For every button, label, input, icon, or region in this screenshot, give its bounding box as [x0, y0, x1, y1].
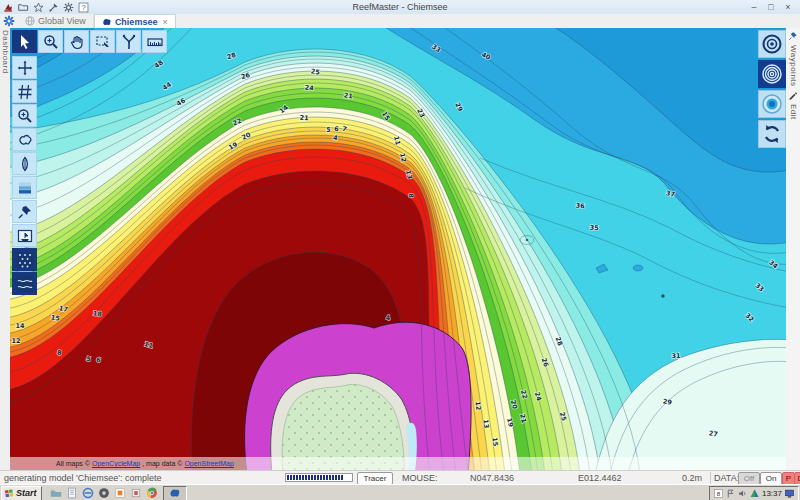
texture-waves-tool[interactable] — [12, 272, 37, 295]
tab-label: Global View — [38, 16, 86, 26]
pushpin-icon — [788, 31, 798, 41]
folder-icon[interactable] — [50, 487, 63, 500]
pan-hand-tool[interactable] — [64, 30, 89, 53]
range-rings-tool[interactable] — [758, 60, 786, 88]
close-button[interactable]: × — [780, 2, 796, 12]
move-tool[interactable] — [12, 56, 37, 79]
taskbar-active-app[interactable] — [163, 486, 187, 500]
ie-icon[interactable] — [82, 487, 95, 500]
svg-text:24: 24 — [304, 84, 314, 93]
start-button[interactable]: Start — [1, 486, 42, 500]
tray-updates-icon[interactable] — [750, 489, 759, 498]
maximize-button[interactable]: □ — [763, 2, 779, 12]
status-message: generating model 'Chiemsee': complete — [0, 473, 162, 483]
zoom-area-tool[interactable] — [12, 104, 37, 127]
edit-panel-tab[interactable]: Edit — [786, 87, 800, 120]
bathymetry-map[interactable]: 4844464033282625242221201921292315145674… — [10, 28, 786, 470]
svg-text:25: 25 — [310, 67, 321, 76]
openstreetmap-link[interactable]: OpenStreetMap — [184, 460, 233, 467]
svg-text:12: 12 — [474, 401, 483, 411]
layers-tool[interactable] — [12, 176, 37, 199]
route-tool[interactable] — [116, 30, 141, 53]
gear-icon[interactable] — [63, 2, 74, 13]
map-toolbar-right — [758, 30, 786, 148]
small-app-icon[interactable] — [130, 487, 143, 500]
tab-global-view[interactable]: Global View — [18, 14, 94, 28]
svg-text:15: 15 — [491, 437, 500, 447]
svg-text:12: 12 — [11, 337, 20, 345]
grid-tool[interactable] — [12, 80, 37, 103]
dots-texture-icon — [17, 252, 33, 268]
title-bar: ? ReefMaster - Chiemsee – □ × — [0, 0, 800, 15]
landmass-outline-icon — [17, 132, 33, 148]
zoom-in-tool[interactable] — [38, 30, 63, 53]
orange-app-icon[interactable] — [114, 487, 127, 500]
help-icon[interactable]: ? — [78, 2, 89, 13]
hand-icon — [69, 34, 85, 50]
attribution-text: All maps © — [56, 460, 90, 467]
minimize-button[interactable]: – — [746, 2, 762, 12]
tab-close-icon[interactable]: × — [162, 17, 167, 27]
pushpin-icon — [17, 204, 33, 220]
opencyclemap-link[interactable]: OpenCycleMap — [92, 460, 140, 467]
svg-text:21: 21 — [343, 91, 354, 100]
chrome-icon[interactable] — [146, 487, 159, 500]
pushpin-tool[interactable] — [12, 200, 37, 223]
tray-flag-icon[interactable] — [726, 489, 735, 498]
magnifier-plus-icon — [17, 108, 33, 124]
status-bar: generating model 'Chiemsee': complete Tr… — [0, 470, 800, 485]
taskbar-clock[interactable]: 13:37 — [762, 489, 782, 498]
gear-icon — [3, 15, 15, 27]
show-desktop-icon[interactable] — [785, 489, 794, 498]
settings-gear-button[interactable] — [0, 14, 18, 28]
boat-hull-icon — [17, 156, 33, 172]
texture-dots-tool[interactable] — [12, 248, 37, 271]
waypoints-panel-tab[interactable]: Waypoints — [786, 28, 800, 87]
app-icon[interactable] — [3, 2, 14, 13]
progress-bar — [285, 473, 353, 482]
document-icon[interactable] — [66, 487, 79, 500]
open-folder-icon[interactable] — [18, 2, 29, 13]
map-attribution: All maps © OpenCycleMap, map data © Open… — [10, 457, 786, 470]
boat-tool[interactable] — [12, 152, 37, 175]
media-icon[interactable] — [98, 487, 111, 500]
svg-text:35: 35 — [589, 224, 599, 233]
svg-text:15: 15 — [50, 313, 61, 323]
map-region-tool[interactable] — [12, 128, 37, 151]
mouse-depth: 0.2m — [682, 473, 702, 483]
waves-texture-icon — [17, 276, 33, 292]
center-target-tool[interactable] — [758, 30, 786, 58]
select-arrow-tool[interactable] — [12, 30, 37, 53]
mouse-latitude: N047.8436 — [470, 473, 514, 483]
star-icon[interactable] — [33, 2, 44, 13]
tray-volume-icon[interactable] — [738, 489, 747, 498]
image-boat-icon — [17, 228, 33, 244]
dashed-rect-icon — [95, 34, 111, 50]
map-toolbar-side — [12, 56, 37, 295]
ruler-icon — [147, 34, 163, 50]
ruler-tool[interactable] — [142, 30, 167, 53]
image-overlay-tool[interactable] — [12, 224, 37, 247]
screen: { "window": { "title": "ReefMaster - Chi… — [0, 0, 800, 500]
window-controls: – □ × — [746, 2, 800, 12]
tray-app-icon[interactable]: 8 — [714, 489, 723, 498]
svg-text:31: 31 — [671, 352, 681, 360]
map-viewport[interactable]: 4844464033282625242221201921292315145674… — [10, 28, 786, 470]
os-taskbar: Start 8 13:37 — [0, 484, 800, 500]
svg-text:21: 21 — [299, 114, 309, 123]
pencil-icon — [788, 90, 798, 100]
refresh-tool[interactable] — [758, 120, 786, 148]
svg-text:27: 27 — [708, 429, 718, 438]
tab-chiemsee[interactable]: Chiemsee × — [94, 14, 176, 28]
tab-bar: Global View Chiemsee × — [0, 14, 800, 29]
system-tray: 8 13:37 — [709, 486, 799, 500]
rect-select-tool[interactable] — [90, 30, 115, 53]
sonar-glow-icon — [761, 93, 783, 115]
windows-logo-icon — [4, 488, 14, 498]
mouse-longitude: E012.4462 — [578, 473, 622, 483]
pin-dart-icon[interactable] — [48, 2, 59, 13]
magnifier-plus-icon — [43, 34, 59, 50]
sonar-circle-tool[interactable] — [758, 90, 786, 118]
dashboard-panel-tab[interactable]: Dashboard — [0, 28, 10, 470]
waypoints-label: Waypoints — [789, 45, 798, 87]
